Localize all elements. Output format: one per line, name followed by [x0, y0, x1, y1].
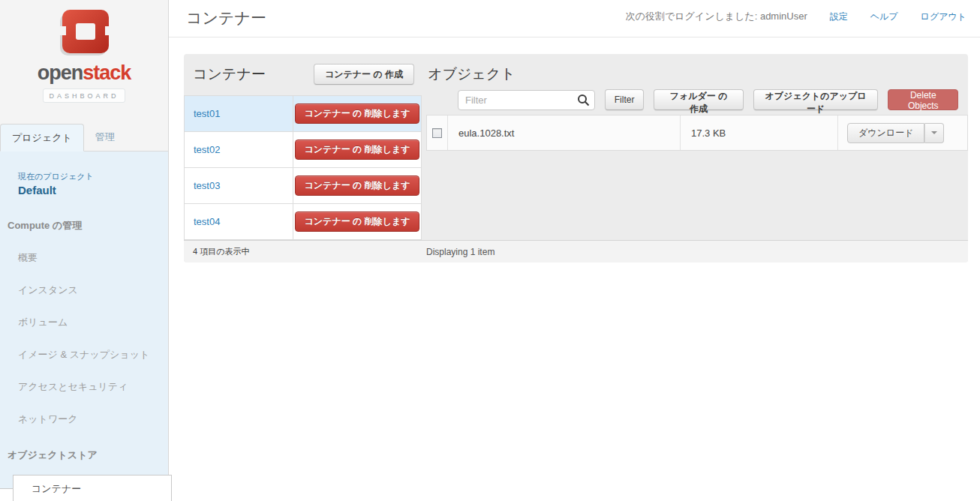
panel-footer: 4 項目の表示中 Displaying 1 item [184, 240, 968, 262]
create-folder-button[interactable]: フォルダー の 作成 [654, 89, 743, 110]
sidebar-item-volumes[interactable]: ボリューム [18, 316, 168, 329]
page-title: コンテナー [186, 8, 266, 28]
logout-link[interactable]: ログアウト [921, 10, 966, 23]
delete-objects-button[interactable]: Delete Objects [888, 89, 958, 110]
settings-link[interactable]: 設定 [830, 10, 848, 23]
container-name-link[interactable]: test04 [194, 216, 220, 227]
sidebar-item-containers-active[interactable]: コンテナー [13, 475, 172, 501]
sidebar-body: 現在のプロジェクト Default Compute の管理 概要 インスタンス … [0, 152, 168, 501]
object-name: eula.1028.txt [447, 116, 680, 150]
sidebar-item-overview[interactable]: 概要 [18, 251, 168, 265]
objects-footer-count: Displaying 1 item [426, 247, 495, 257]
download-dropdown-toggle[interactable] [924, 123, 944, 143]
object-row: eula.1028.txt 17.3 KB ダウンロード [427, 116, 967, 150]
container-name-link[interactable]: test03 [194, 180, 220, 191]
tab-admin[interactable]: 管理 [84, 124, 126, 151]
containers-column: コンテナー コンテナー の 作成 test01 コンテナー の 削除します te… [184, 54, 422, 240]
wordmark-stack: stack [83, 62, 131, 84]
containers-objects-panel: コンテナー コンテナー の 作成 test01 コンテナー の 削除します te… [184, 54, 968, 262]
filter-input[interactable] [458, 90, 595, 110]
openstack-logo: openstack DASHBOARD [0, 0, 168, 103]
container-row[interactable]: test02 コンテナー の 削除します [185, 132, 421, 168]
sidebar-item-networks[interactable]: ネットワーク [18, 412, 168, 426]
objects-panel-title: オブジェクト [428, 64, 968, 85]
container-row[interactable]: test03 コンテナー の 削除します [185, 168, 421, 204]
dashboard-badge: DASHBOARD [43, 88, 125, 103]
openstack-cube-icon [56, 8, 113, 58]
delete-container-button[interactable]: コンテナー の 削除します [295, 212, 420, 232]
objects-table: eula.1028.txt 17.3 KB ダウンロード [426, 115, 968, 151]
current-project-name: Default [18, 184, 168, 196]
caret-down-icon [931, 131, 937, 134]
container-name-link[interactable]: test01 [194, 108, 220, 119]
object-row-checkbox[interactable] [432, 128, 442, 138]
openstack-wordmark: openstack [0, 63, 168, 83]
help-link[interactable]: ヘルプ [870, 10, 898, 23]
header-user-area: 次の役割でログインしました: adminUser 設定 ヘルプ ログアウト [626, 10, 966, 23]
sidebar-item-access-security[interactable]: アクセスとセキュリティ [18, 380, 168, 394]
create-container-button[interactable]: コンテナー の 作成 [314, 64, 414, 85]
container-row[interactable]: test01 コンテナー の 削除します [185, 96, 421, 132]
sidebar-tabs: プロジェクト 管理 [0, 124, 168, 152]
download-split-button: ダウンロード [847, 123, 944, 143]
download-button[interactable]: ダウンロード [847, 123, 924, 143]
containers-panel-title: コンテナー [193, 64, 266, 85]
search-icon [577, 94, 590, 106]
delete-container-button[interactable]: コンテナー の 削除します [295, 104, 420, 124]
containers-table: test01 コンテナー の 削除します test02 コンテナー の 削除しま… [184, 95, 422, 240]
filter-button[interactable]: Filter [605, 89, 645, 110]
section-title-compute: Compute の管理 [8, 219, 168, 232]
compute-nav-list: 概要 インスタンス ボリューム イメージ & スナップショット アクセスとセキュ… [0, 251, 168, 426]
sidebar-item-images-snapshots[interactable]: イメージ & スナップショット [18, 348, 168, 362]
sidebar: openstack DASHBOARD プロジェクト 管理 現在のプロジェクト … [0, 0, 169, 489]
container-name-link[interactable]: test02 [194, 144, 220, 155]
sidebar-item-instances[interactable]: インスタンス [18, 284, 168, 297]
wordmark-open: open [38, 62, 83, 84]
container-row[interactable]: test04 コンテナー の 削除します [185, 204, 421, 240]
delete-container-button[interactable]: コンテナー の 削除します [295, 176, 420, 196]
current-project-label: 現在のプロジェクト [18, 171, 168, 182]
objects-toolbar: Filter フォルダー の 作成 オブジェクトのアップロード Delete O… [458, 89, 958, 110]
section-title-object-store: オブジェクトストア [8, 448, 168, 462]
objects-column: オブジェクト Filter フォルダー の 作成 オブジェクトのアップロード D… [426, 54, 968, 151]
upload-object-button[interactable]: オブジェクトのアップロード [753, 89, 879, 110]
object-size: 17.3 KB [680, 116, 837, 150]
tab-project[interactable]: プロジェクト [0, 124, 84, 152]
filter-input-wrap [458, 90, 595, 110]
login-status-text: 次の役割でログインしました: adminUser [626, 10, 807, 23]
top-header: コンテナー 次の役割でログインしました: adminUser 設定 ヘルプ ログ… [169, 0, 980, 38]
sidebar-logo-area: openstack DASHBOARD プロジェクト 管理 [0, 0, 168, 152]
delete-container-button[interactable]: コンテナー の 削除します [295, 140, 420, 160]
containers-footer-count: 4 項目の表示中 [193, 246, 426, 257]
